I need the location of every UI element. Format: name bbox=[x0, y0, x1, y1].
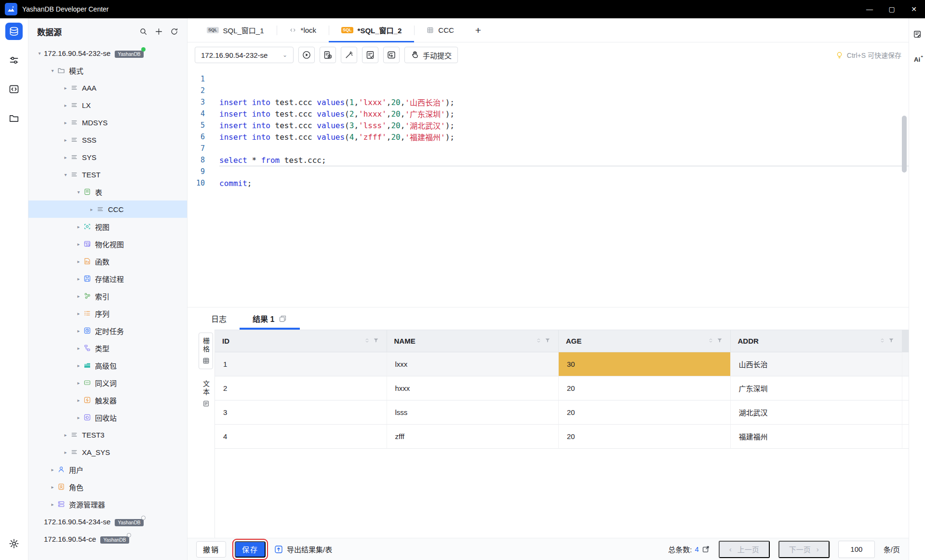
cell-NAME[interactable]: lxxx bbox=[387, 352, 559, 376]
page-size-input[interactable]: 100 bbox=[838, 541, 875, 558]
tree-item-高级包[interactable]: ▸高级包 bbox=[28, 357, 187, 374]
detach-icon[interactable] bbox=[279, 315, 287, 323]
search-icon[interactable] bbox=[139, 27, 147, 36]
tree-item-视图[interactable]: ▸视图 bbox=[28, 218, 187, 235]
caret-right-icon[interactable]: ▸ bbox=[61, 137, 70, 143]
right-rail-ai-assistant[interactable]: Ai+ bbox=[914, 56, 920, 63]
tree-item-类型[interactable]: ▸类型 bbox=[28, 339, 187, 357]
caret-right-icon[interactable]: ▸ bbox=[48, 467, 57, 472]
caret-right-icon[interactable]: ▸ bbox=[61, 103, 70, 108]
close-button[interactable]: ✕ bbox=[903, 0, 925, 18]
tree-item-MDSYS[interactable]: ▸MDSYS bbox=[28, 114, 187, 131]
tree-item-触发器[interactable]: ▸触发器 bbox=[28, 391, 187, 409]
rail-item-files[interactable] bbox=[5, 109, 23, 127]
result-tab-日志[interactable]: 日志 bbox=[198, 307, 240, 330]
rail-item-settings[interactable] bbox=[5, 52, 23, 69]
cell-NAME[interactable]: lsss bbox=[387, 400, 559, 424]
caret-down-icon[interactable]: ▾ bbox=[48, 68, 57, 73]
cell-ADDR[interactable]: 山西长治 bbox=[731, 352, 903, 376]
tree-item-172.16.90.54-232-se[interactable]: ▾172.16.90.54-232-seYashanDB bbox=[28, 44, 187, 62]
caret-right-icon[interactable]: ▸ bbox=[48, 484, 57, 490]
tree-item-LX[interactable]: ▸LX bbox=[28, 96, 187, 114]
cell-AGE[interactable]: 20 bbox=[559, 376, 731, 400]
tree-item-回收站[interactable]: ▸回收站 bbox=[28, 409, 187, 426]
caret-right-icon[interactable]: ▸ bbox=[74, 398, 83, 403]
caret-right-icon[interactable]: ▸ bbox=[61, 432, 70, 438]
tree-item-物化视图[interactable]: ▸物化视图 bbox=[28, 235, 187, 253]
caret-right-icon[interactable]: ▸ bbox=[74, 259, 83, 264]
cell-NAME[interactable]: zfff bbox=[387, 425, 559, 448]
caret-right-icon[interactable]: ▸ bbox=[74, 328, 83, 333]
add-connection-icon[interactable] bbox=[155, 27, 163, 36]
caret-right-icon[interactable]: ▸ bbox=[87, 207, 96, 212]
tree-item-CCC[interactable]: ▸CCC bbox=[28, 200, 187, 218]
tree-item-存储过程[interactable]: ▸存储过程 bbox=[28, 270, 187, 287]
caret-right-icon[interactable]: ▸ bbox=[61, 450, 70, 455]
tree-item-序列[interactable]: ▸序列 bbox=[28, 305, 187, 322]
cell-NAME[interactable]: hxxx bbox=[387, 376, 559, 400]
cell-ID[interactable]: 4 bbox=[215, 425, 387, 448]
refresh-icon[interactable] bbox=[170, 27, 178, 36]
run-button[interactable] bbox=[298, 47, 315, 63]
caret-right-icon[interactable]: ▸ bbox=[61, 120, 70, 125]
tab-*SQL_窗口_2[interactable]: SQL*SQL_窗口_2 bbox=[329, 18, 414, 42]
view-tab-文本[interactable]: 文本 bbox=[199, 376, 213, 412]
next-page-button[interactable]: 下一页 › bbox=[778, 541, 830, 558]
cell-AGE[interactable]: 30 bbox=[559, 352, 731, 376]
cell-ADDR[interactable]: 湖北武汉 bbox=[731, 400, 903, 424]
sort-icon[interactable] bbox=[708, 337, 714, 345]
cell-AGE[interactable]: 20 bbox=[559, 400, 731, 424]
cell-ID[interactable]: 2 bbox=[215, 376, 387, 400]
column-header-NAME[interactable]: NAME bbox=[387, 330, 559, 352]
result-tab-结果 1[interactable]: 结果 1 bbox=[240, 307, 300, 330]
tree-item-函数[interactable]: ▸Fx函数 bbox=[28, 253, 187, 270]
tree-item-SYS[interactable]: ▸SYS bbox=[28, 148, 187, 166]
right-rail-feedback[interactable] bbox=[913, 30, 922, 40]
tree-item-索引[interactable]: ▸索引 bbox=[28, 287, 187, 305]
caret-right-icon[interactable]: ▸ bbox=[48, 502, 57, 507]
export-resultset-button[interactable]: 导出结果集/表 bbox=[274, 544, 332, 554]
rail-item-datasource[interactable] bbox=[5, 23, 23, 40]
tab-SQL_窗口_1[interactable]: SQLSQL_窗口_1 bbox=[194, 18, 277, 42]
undo-button[interactable]: 撤销 bbox=[196, 541, 226, 558]
table-row[interactable]: 1lxxx30山西长治 bbox=[215, 352, 909, 376]
tree-item-XA_SYS[interactable]: ▸XA_SYS bbox=[28, 443, 187, 461]
editor-scrollbar[interactable] bbox=[902, 116, 907, 173]
connection-select[interactable]: 172.16.90.54-232-se ⌄ bbox=[195, 47, 294, 63]
cell-ADDR[interactable]: 广东深圳 bbox=[731, 376, 903, 400]
sql-editor[interactable]: 123insert into test.ccc values(1,'lxxx',… bbox=[188, 67, 909, 307]
minimize-button[interactable]: — bbox=[858, 0, 881, 18]
caret-right-icon[interactable]: ▸ bbox=[74, 293, 83, 299]
caret-down-icon[interactable]: ▾ bbox=[61, 172, 70, 177]
sort-icon[interactable] bbox=[364, 337, 370, 345]
cell-ID[interactable]: 1 bbox=[215, 352, 387, 376]
open-result-icon[interactable] bbox=[702, 545, 710, 553]
format-button[interactable] bbox=[383, 47, 400, 63]
tree-item-用户[interactable]: ▸用户 bbox=[28, 461, 187, 478]
syntax-check-button[interactable] bbox=[362, 47, 378, 63]
view-tab-栅格[interactable]: 栅格 bbox=[199, 333, 213, 369]
column-header-ADDR[interactable]: ADDR bbox=[731, 330, 903, 352]
save-button[interactable]: 保存 bbox=[235, 541, 266, 558]
tab-*lock[interactable]: *lock bbox=[277, 18, 329, 42]
caret-right-icon[interactable]: ▸ bbox=[74, 415, 83, 420]
caret-right-icon[interactable]: ▸ bbox=[74, 311, 83, 316]
filter-icon[interactable] bbox=[373, 337, 379, 345]
beautify-button[interactable] bbox=[341, 47, 357, 63]
tree-item-SSS[interactable]: ▸SSS bbox=[28, 131, 187, 148]
caret-right-icon[interactable]: ▸ bbox=[74, 224, 83, 229]
prev-page-button[interactable]: ‹ 上一页 bbox=[719, 541, 770, 558]
caret-right-icon[interactable]: ▸ bbox=[74, 380, 83, 386]
caret-right-icon[interactable]: ▸ bbox=[74, 276, 83, 281]
new-tab-button[interactable]: + bbox=[467, 18, 490, 42]
maximize-button[interactable]: ▢ bbox=[881, 0, 903, 18]
tree-item-同义词[interactable]: ▸同义词 bbox=[28, 374, 187, 391]
caret-down-icon[interactable]: ▾ bbox=[35, 51, 44, 56]
tree-item-角色[interactable]: ▸角色 bbox=[28, 478, 187, 495]
tree-item-172.16.90.54-234-se[interactable]: 172.16.90.54-234-seYashanDB bbox=[28, 513, 187, 530]
sort-icon[interactable] bbox=[879, 337, 885, 345]
column-header-AGE[interactable]: AGE bbox=[559, 330, 731, 352]
cell-AGE[interactable]: 20 bbox=[559, 425, 731, 448]
caret-right-icon[interactable]: ▸ bbox=[61, 155, 70, 160]
column-header-ID[interactable]: ID bbox=[215, 330, 387, 352]
